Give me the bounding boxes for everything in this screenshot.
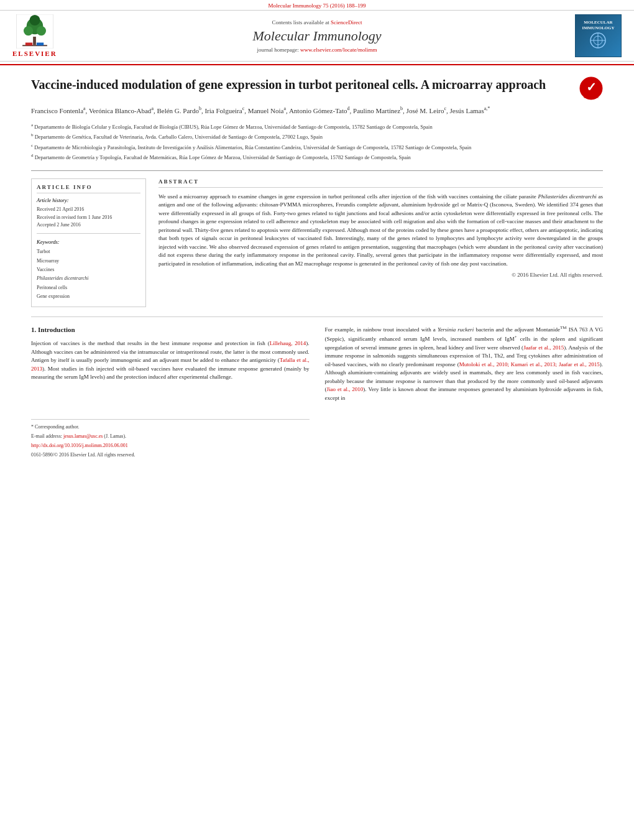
article-info-abstract-section: ARTICLE INFO Article history: Received 2… bbox=[31, 178, 603, 307]
svg-rect-1 bbox=[33, 37, 36, 45]
affil-c: c Departamento de Microbiología y Parasi… bbox=[31, 142, 603, 152]
email-link[interactable]: jesus.lamas@usc.es bbox=[63, 433, 103, 439]
corresponding-footnote: * Corresponding author. bbox=[31, 423, 310, 431]
copyright-line: © 2016 Elsevier Ltd. All rights reserved… bbox=[158, 272, 603, 278]
abstract-col: ABSTRACT We used a microarray approach t… bbox=[158, 178, 603, 307]
affil-b: b Departamento de Genética, Facultad de … bbox=[31, 132, 603, 141]
svg-text:✓: ✓ bbox=[586, 80, 597, 94]
accepted-date: Accepted 2 June 2016 bbox=[37, 221, 140, 229]
received-revised-date: Received in revised form 1 June 2016 bbox=[37, 214, 140, 222]
molecular-immunology-badge: MOLECULAR IMMUNOLOGY bbox=[575, 14, 622, 57]
elsevier-wordmark: ELSEVIER bbox=[12, 50, 57, 57]
affil-d: d Departamento de Geometría y Topología,… bbox=[31, 152, 603, 162]
section1-para1: Injection of vaccines is the method that… bbox=[31, 339, 310, 382]
svg-point-6 bbox=[29, 15, 40, 25]
keyword-gene-expression: Gene expression bbox=[37, 292, 140, 301]
elsevier-logo: ELSEVIER bbox=[12, 14, 57, 57]
article-info-col: ARTICLE INFO Article history: Received 2… bbox=[31, 178, 146, 307]
section1-para2: For example, in rainbow trout inoculated… bbox=[325, 325, 604, 403]
elsevier-logo-area: ELSEVIER bbox=[12, 14, 81, 57]
svg-rect-8 bbox=[37, 43, 44, 46]
section1-title: 1. Introduction bbox=[31, 325, 310, 335]
keyword-peritoneal: Peritoneal cells bbox=[37, 284, 140, 292]
article-title-section: Vaccine-induced modulation of gene expre… bbox=[31, 76, 603, 100]
body-right-col: For example, in rainbow trout inoculated… bbox=[325, 325, 604, 461]
lillehaug-ref[interactable]: Lillehaug, 2014 bbox=[270, 340, 306, 346]
journal-citation: Molecular Immunology 75 (2016) 188–199 bbox=[269, 2, 366, 9]
abstract-section: ABSTRACT We used a microarray approach t… bbox=[158, 178, 603, 279]
mutoloki-ref[interactable]: Mutoloki et al., 2010; Kumari et al., 20… bbox=[459, 361, 600, 367]
section-divider bbox=[31, 316, 603, 317]
jaafar-ref1[interactable]: Jaafar et al., 2015 bbox=[523, 344, 564, 351]
svg-text:CrossMark: CrossMark bbox=[584, 95, 599, 99]
svg-point-4 bbox=[24, 26, 33, 35]
article-info-header: ARTICLE INFO bbox=[37, 184, 140, 193]
article-info-box: ARTICLE INFO Article history: Received 2… bbox=[31, 178, 146, 307]
sciencedirect-link[interactable]: ScienceDirect bbox=[331, 19, 362, 25]
copyright-footnote: 0161-5890/© 2016 Elsevier Ltd. All right… bbox=[31, 451, 310, 459]
crossmark-badge[interactable]: ✓ CrossMark bbox=[579, 76, 603, 100]
journal-title: Molecular Immunology bbox=[81, 28, 553, 44]
homepage-link[interactable]: www.elsevier.com/locate/molimm bbox=[300, 47, 377, 53]
keyword-vaccines: Vaccines bbox=[37, 265, 140, 274]
badge-line1: MOLECULAR bbox=[579, 20, 617, 25]
journal-logo-right: MOLECULAR IMMUNOLOGY bbox=[553, 14, 622, 57]
svg-rect-7 bbox=[25, 43, 32, 46]
affiliations: a Departamento de Biología Celular y Eco… bbox=[31, 122, 603, 171]
journal-header: Molecular Immunology 75 (2016) 188–199 bbox=[0, 0, 634, 65]
keywords-label: Keywords: bbox=[37, 239, 140, 245]
journal-top-bar: Molecular Immunology 75 (2016) 188–199 bbox=[0, 0, 634, 10]
email-footnote: E-mail address: jesus.lamas@usc.es (J. L… bbox=[31, 433, 310, 440]
contents-line: Contents lists available at ScienceDirec… bbox=[81, 19, 553, 25]
abstract-text: We used a microarray approach to examine… bbox=[158, 193, 603, 269]
footnotes-section: * Corresponding author. E-mail address: … bbox=[31, 419, 310, 459]
body-left-col: 1. Introduction Injection of vaccines is… bbox=[31, 325, 310, 461]
doi-link[interactable]: http://dx.doi.org/10.1016/j.molimm.2016.… bbox=[31, 443, 128, 448]
doi-footnote: http://dx.doi.org/10.1016/j.molimm.2016.… bbox=[31, 442, 310, 450]
badge-icon bbox=[584, 31, 612, 50]
journal-homepage: journal homepage: www.elsevier.com/locat… bbox=[81, 47, 553, 53]
article-title: Vaccine-induced modulation of gene expre… bbox=[31, 76, 570, 93]
journal-center: Contents lists available at ScienceDirec… bbox=[81, 19, 553, 53]
journal-banner: ELSEVIER Contents lists available at Sci… bbox=[0, 10, 634, 62]
article-dates: Received 21 April 2016 Received in revis… bbox=[37, 206, 140, 234]
keyword-philasterides: Philasterides dicentrarchi bbox=[37, 274, 140, 283]
article-history-label: Article history: bbox=[37, 197, 140, 203]
authors-line: Francisco Fontenlaa, Verónica Blanco-Aba… bbox=[31, 105, 603, 116]
jiao-ref[interactable]: Jiao et al., 2010 bbox=[327, 386, 364, 392]
body-two-col: 1. Introduction Injection of vaccines is… bbox=[31, 325, 603, 461]
keyword-turbot: Turbot bbox=[37, 247, 140, 256]
svg-point-5 bbox=[37, 26, 46, 35]
crossmark-icon: ✓ CrossMark bbox=[579, 76, 603, 100]
keyword-microarray: Microarray bbox=[37, 257, 140, 265]
keywords-list: Turbot Microarray Vaccines Philasterides… bbox=[37, 247, 140, 301]
received-date: Received 21 April 2016 bbox=[37, 206, 140, 214]
affil-a: a Departamento de Biología Celular y Eco… bbox=[31, 122, 603, 131]
elsevier-tree-icon bbox=[16, 14, 53, 48]
tafalla-ref[interactable]: Tafalla et al., 2013 bbox=[31, 357, 310, 372]
main-content: Vaccine-induced modulation of gene expre… bbox=[0, 65, 634, 466]
abstract-header: ABSTRACT bbox=[158, 178, 603, 188]
badge-line2: IMMUNOLOGY bbox=[579, 25, 617, 31]
